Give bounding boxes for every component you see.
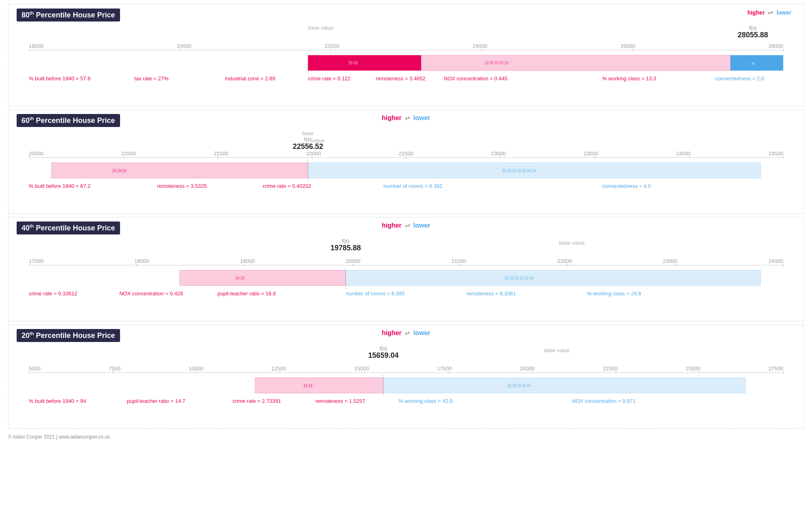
base-label-60a: base [293,130,323,136]
svg-rect-0 [308,55,421,71]
feature-label-40-2: NOX concentration = 0.428 [119,290,183,297]
fx-value-20: 15659.04 [368,351,399,360]
axis-ticks-80: 18000 20000 22000 24000 26000 28000 [29,43,783,50]
svg-marker-1 [29,55,33,71]
feature-label-20-blue-1: % working class = 42.9 [398,398,452,404]
section-title-80: 80th Percentile House Price [17,9,120,22]
section-title-60: 60th Percentile House Price [17,114,120,127]
base-label-40: base value [559,240,585,246]
feature-label-80-5: remoteness = 3.4852 [376,75,426,82]
legend-lower-60: lower [413,114,430,122]
legend-higher-20: higher [382,329,402,337]
feature-label-40-blue-3: % working class = 24.8 [587,290,641,297]
feature-label-80-7: % working class = 13.3 [602,75,656,82]
legend-higher: higher [748,9,765,16]
svg-text:»»: »» [235,273,245,283]
fx-value-60: 22556.52 [293,142,323,151]
svg-text:»»: »» [303,380,313,390]
feature-label-40-blue-1: number of rooms = 6.095 [346,290,405,297]
fx-label-80: f(x) [738,25,768,31]
legend-lower: lower [776,9,791,16]
base-label-60b: value [312,138,324,144]
feature-label-80-3: industrial zone = 2.89 [225,75,275,82]
feature-label-20-2: pupil-teacher ratio = 14.7 [127,398,185,404]
feature-label-40-3: pupil-teacher ratio = 16.6 [217,290,276,297]
feature-label-40-1: crime rate = 0.10612 [29,290,77,297]
legend-lower-20: lower [413,329,430,337]
fx-label-20: f(x) [368,345,399,351]
feature-label-20-3: crime rate = 2.73391 [232,398,281,404]
legend-arrows-40: ⇌ [405,222,410,229]
feature-label-40-blue-2: remoteness = 6.3361 [466,290,516,297]
main-container: 80th Percentile House Price higher ⇌ low… [0,0,812,446]
svg-rect-13 [180,270,346,286]
base-label-80: base value [308,25,333,31]
svg-rect-2 [421,55,730,71]
svg-text:»»»»»: »»»»» [507,380,531,390]
copyright: © Aidan Cooper 2021 | www.aidancooper.co… [8,432,804,442]
fx-label-40: f(x) [331,238,361,244]
section-60th: 60th Percentile House Price higher ⇌ low… [8,110,804,214]
feature-label-80-2: tax rate = 27% [134,75,168,82]
legend-80: higher ⇌ lower [748,9,791,16]
svg-rect-19 [383,378,745,393]
section-title-40: 40th Percentile House Price [17,222,120,234]
feature-label-80-6: NOX concentration = 0.445 [444,75,507,82]
feature-label-20-blue-2: NOX concentration = 0.871 [572,398,636,404]
fx-value-80: 28055.88 [738,31,768,39]
svg-text:»»»»»»: »»»»»» [504,273,534,283]
axis-ticks-20: 5000 7500 10000 12500 15000 17500 20000 … [29,366,783,372]
legend-arrows: ⇌ [768,9,773,16]
feature-label-80-1: % built before 1940 = 57.8 [29,75,90,82]
svg-text:»»»»»»»: »»»»»»» [502,165,537,175]
section-20th: 20th Percentile House Price higher ⇌ low… [8,325,804,429]
legend-higher-60: higher [382,114,402,122]
svg-rect-8 [52,163,308,178]
section-80th: 80th Percentile House Price higher ⇌ low… [8,4,804,106]
svg-rect-3 [730,55,783,71]
feature-label-80-blue-1: connectedness = 2.0 [715,75,764,82]
svg-rect-18 [255,378,383,393]
legend-lower-40: lower [413,222,430,229]
axis-ticks-40: 17000 18000 19000 20000 21000 22000 2300… [29,258,783,265]
legend-arrows-60: ⇌ [405,114,410,122]
svg-text:»»»»»: »»»»» [484,57,509,67]
feature-label-60-1: % built before 1940 = 67.2 [29,183,90,189]
svg-text:»»»: »»» [112,165,127,175]
section-40th: 40th Percentile House Price higher ⇌ low… [8,217,804,321]
svg-rect-14 [346,270,760,286]
feature-label-20-1: % built before 1940 = 94 [29,398,86,404]
legend-arrows-20: ⇌ [405,329,410,337]
feature-label-60-blue-2: connectedness = 4.0 [602,183,651,189]
svg-text:»»: »» [348,57,358,67]
feature-label-20-4: remoteness = 1.5257 [316,398,365,404]
base-label-20: base value [544,347,570,353]
legend-higher-40: higher [382,222,402,229]
feature-label-60-blue-1: number of rooms = 6.382 [383,183,443,189]
feature-label-60-2: remoteness = 3.5325 [157,183,207,189]
feature-label-60-3: crime rate = 0.40202 [263,183,311,189]
fx-value-40: 19785.88 [331,244,361,252]
section-title-20: 20th Percentile House Price [17,329,120,342]
feature-label-80-4: crime rate = 0.122 [308,75,350,82]
svg-text:»: » [751,59,755,67]
